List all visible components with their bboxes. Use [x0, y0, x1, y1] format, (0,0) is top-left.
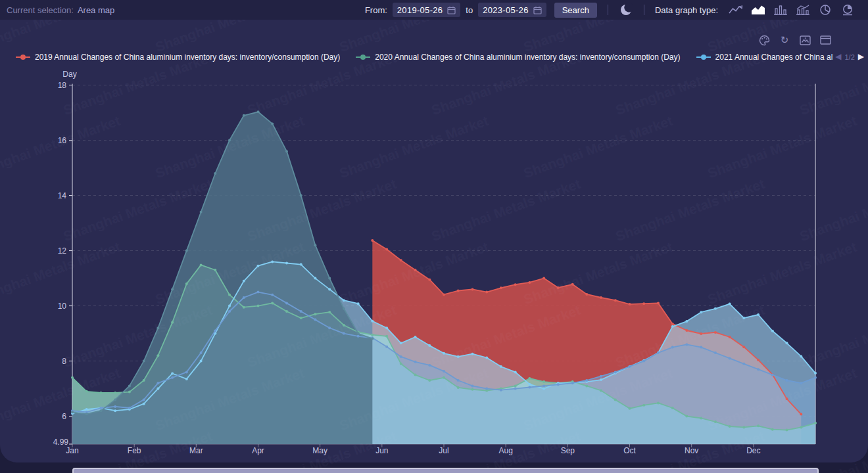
graph-type-switcher — [725, 4, 859, 16]
dark-mode-toggle[interactable] — [619, 3, 633, 17]
svg-text:16: 16 — [58, 136, 67, 145]
divider — [644, 5, 644, 15]
svg-text:10: 10 — [58, 302, 67, 311]
svg-text:Mar: Mar — [189, 446, 203, 455]
to-date-input[interactable]: 2023-05-26 — [478, 3, 546, 17]
svg-text:Day: Day — [62, 70, 76, 79]
svg-text:May: May — [312, 446, 327, 455]
svg-text:Feb: Feb — [128, 446, 141, 455]
chart-toolbox: ↻ — [750, 34, 831, 46]
current-selection-label: Current selection: — [7, 5, 74, 15]
from-date-value: 2019-05-26 — [397, 5, 443, 15]
legend-label-2021: 2021 Annual Changes of China aluminium i… — [715, 53, 833, 62]
to-date-value: 2023-05-26 — [483, 5, 529, 15]
legend-next-arrow[interactable]: ▶ — [858, 51, 864, 62]
restore-icon[interactable]: ↻ — [779, 34, 790, 46]
legend-page-number: 1/2 — [844, 53, 854, 61]
svg-text:Jul: Jul — [439, 446, 448, 455]
legend-item-2019[interactable]: 2019 Annual Changes of China aluminium i… — [16, 53, 340, 62]
bar-line-chart-icon[interactable] — [795, 4, 811, 16]
svg-text:Aug: Aug — [498, 446, 512, 455]
data-zoom-slider[interactable] — [72, 468, 819, 473]
legend-prev-arrow[interactable]: ◀ — [835, 51, 841, 62]
legend-label-2019: 2019 Annual Changes of China aluminium i… — [35, 53, 340, 62]
legend-label-2020: 2020 Annual Changes of China aluminium i… — [375, 53, 680, 62]
area-chart-icon[interactable] — [750, 4, 766, 16]
svg-text:Jun: Jun — [375, 446, 388, 455]
svg-text:Nov: Nov — [685, 446, 698, 455]
calendar-icon — [447, 6, 456, 14]
svg-text:Oct: Oct — [623, 446, 636, 455]
svg-text:Apr: Apr — [252, 446, 264, 455]
search-button[interactable]: Search — [554, 3, 597, 18]
svg-text:4.99: 4.99 — [53, 438, 69, 447]
svg-text:Sep: Sep — [561, 446, 575, 455]
svg-text:6: 6 — [62, 412, 66, 421]
from-date-input[interactable]: 2019-05-26 — [393, 3, 461, 17]
donut-chart-icon[interactable] — [840, 4, 856, 16]
bar-chart-icon[interactable] — [773, 4, 788, 16]
pie-chart-icon[interactable] — [817, 4, 833, 16]
top-bar: Current selection: Area map From: 2019-0… — [0, 0, 868, 20]
theme-palette-icon[interactable] — [758, 34, 770, 46]
moon-icon — [619, 3, 633, 17]
divider — [608, 5, 608, 15]
data-graph-type-label: Data graph type: — [655, 5, 718, 15]
save-image-icon[interactable] — [799, 34, 811, 46]
legend-item-2020[interactable]: 2020 Annual Changes of China aluminium i… — [356, 53, 680, 62]
calendar-icon — [533, 6, 542, 14]
legend-marker-2019 — [16, 56, 30, 58]
svg-text:18: 18 — [58, 81, 67, 90]
to-label: to — [466, 5, 473, 15]
legend-marker-2020 — [356, 56, 370, 58]
legend-pagination: ◀ 1/2 ▶ — [835, 51, 864, 62]
current-selection-value: Area map — [78, 5, 114, 15]
svg-text:12: 12 — [58, 246, 67, 256]
svg-text:Dec: Dec — [746, 446, 760, 455]
data-view-icon[interactable] — [819, 34, 831, 46]
area-chart: 1816141210864.99DayJanFebMarAprMayJunJul… — [0, 0, 868, 473]
svg-text:Jan: Jan — [66, 446, 78, 455]
legend-marker-2021 — [696, 56, 711, 58]
chart-legend: 2019 Annual Changes of China aluminium i… — [16, 51, 864, 62]
svg-text:8: 8 — [62, 357, 66, 366]
from-label: From: — [365, 5, 387, 15]
legend-item-2021[interactable]: 2021 Annual Changes of China aluminium i… — [696, 53, 833, 62]
svg-text:14: 14 — [58, 191, 67, 200]
line-chart-icon[interactable] — [728, 4, 744, 16]
